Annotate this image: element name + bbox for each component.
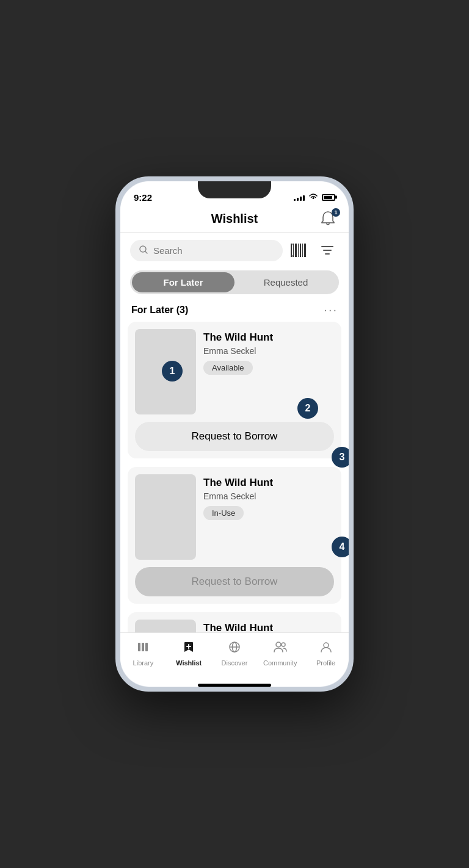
nav-item-community[interactable]: Community: [257, 638, 303, 669]
section-title: For Later (3): [131, 305, 188, 316]
header: Wishlist 1: [120, 208, 349, 233]
phone-shell: 1 2 3 4 9:22: [115, 176, 354, 692]
barcode-button[interactable]: [288, 239, 311, 262]
book-author-1: Emma Seckel: [203, 346, 334, 356]
book-title-3: The Wild Hunt: [203, 622, 334, 632]
book-card-2-top: The Wild Hunt Emma Seckel In-Use: [128, 467, 341, 567]
community-icon: [273, 640, 288, 657]
svg-point-24: [324, 643, 329, 648]
borrow-button-1[interactable]: Request to Borrow: [135, 422, 334, 451]
svg-rect-11: [305, 244, 306, 245]
book-title-1: The Wild Hunt: [203, 331, 334, 344]
nav-label-wishlist: Wishlist: [176, 659, 202, 667]
svg-rect-5: [298, 244, 299, 257]
book-card-3: The Wild Hunt Emma Seckel In-Use: [128, 612, 341, 632]
search-container[interactable]: [130, 240, 283, 261]
signal-bars: [294, 193, 305, 201]
notification-badge: 1: [332, 208, 340, 217]
signal-bar-3: [300, 197, 302, 201]
nav-item-profile[interactable]: Profile: [303, 638, 349, 669]
tab-requested[interactable]: Requested: [234, 272, 337, 292]
profile-icon: [319, 640, 333, 657]
status-icons: [294, 193, 335, 202]
svg-point-22: [276, 642, 281, 647]
signal-bar-4: [303, 195, 305, 201]
svg-rect-16: [138, 643, 140, 651]
phone-screen: 9:22: [120, 181, 349, 687]
status-time: 9:22: [134, 192, 152, 203]
svg-rect-4: [295, 244, 297, 257]
battery-icon: [322, 194, 335, 201]
svg-rect-13: [321, 246, 333, 247]
svg-line-1: [145, 251, 148, 253]
status-badge-1: Available: [203, 361, 253, 375]
nav-item-wishlist[interactable]: Wishlist: [166, 638, 212, 669]
notification-button[interactable]: 1: [317, 209, 339, 231]
wifi-icon: [308, 193, 318, 202]
svg-rect-7: [302, 244, 303, 257]
wishlist-icon: [182, 640, 195, 657]
svg-rect-10: [291, 255, 293, 257]
nav-item-library[interactable]: Library: [120, 638, 166, 669]
home-indicator: [198, 684, 271, 687]
svg-point-23: [282, 643, 285, 646]
annotation-3: 3: [332, 447, 352, 468]
nav-label-community: Community: [263, 659, 297, 667]
section-title-row: For Later (3): [131, 305, 188, 316]
nav-label-profile: Profile: [316, 659, 335, 667]
signal-bar-2: [297, 198, 299, 201]
section-header: For Later (3) ···: [120, 299, 349, 322]
search-icon: [139, 245, 148, 256]
discover-icon: [228, 640, 241, 657]
book-cover-3: [135, 620, 196, 632]
book-card-3-top: The Wild Hunt Emma Seckel In-Use: [128, 612, 341, 632]
svg-rect-18: [145, 643, 148, 651]
search-row: [120, 233, 349, 268]
svg-rect-2: [291, 244, 292, 257]
library-icon: [136, 640, 150, 657]
book-title-2: The Wild Hunt: [203, 477, 334, 489]
svg-rect-9: [291, 244, 293, 245]
filter-button[interactable]: [316, 239, 339, 262]
filter-icon: [320, 244, 335, 257]
svg-rect-8: [304, 244, 306, 257]
svg-rect-12: [305, 255, 306, 257]
book-card-2: The Wild Hunt Emma Seckel In-Use Request…: [128, 467, 341, 604]
svg-rect-6: [300, 244, 301, 257]
book-cover-2: [135, 474, 196, 560]
signal-bar-1: [294, 199, 296, 201]
battery-fill: [324, 196, 332, 199]
svg-rect-15: [325, 253, 330, 255]
annotation-1: 1: [162, 361, 183, 382]
annotation-2: 2: [297, 398, 318, 419]
nav-item-discover[interactable]: Discover: [212, 638, 258, 669]
svg-rect-17: [142, 643, 144, 651]
status-badge-2: In-Use: [203, 506, 244, 520]
content-scroll[interactable]: The Wild Hunt Emma Seckel Available Requ…: [120, 322, 349, 632]
tabs-container: For Later Requested: [130, 270, 339, 294]
page-title: Wishlist: [211, 212, 258, 226]
nav-label-library: Library: [133, 659, 154, 667]
bottom-nav: Library Wishlist: [120, 632, 349, 681]
tab-for-later[interactable]: For Later: [132, 272, 234, 292]
book-info-2: The Wild Hunt Emma Seckel In-Use: [203, 474, 334, 560]
svg-rect-14: [323, 250, 332, 251]
book-info-3: The Wild Hunt Emma Seckel In-Use: [203, 620, 334, 632]
borrow-button-2[interactable]: Request to Borrow: [135, 567, 334, 596]
book-author-2: Emma Seckel: [203, 491, 334, 501]
more-options-button[interactable]: ···: [324, 303, 338, 317]
nav-label-discover: Discover: [222, 659, 248, 667]
barcode-icon: [291, 244, 308, 257]
book-card-1: The Wild Hunt Emma Seckel Available Requ…: [128, 322, 341, 458]
svg-rect-3: [293, 244, 294, 257]
search-input[interactable]: [153, 245, 274, 256]
annotation-4: 4: [332, 537, 352, 557]
notch: [198, 181, 271, 198]
